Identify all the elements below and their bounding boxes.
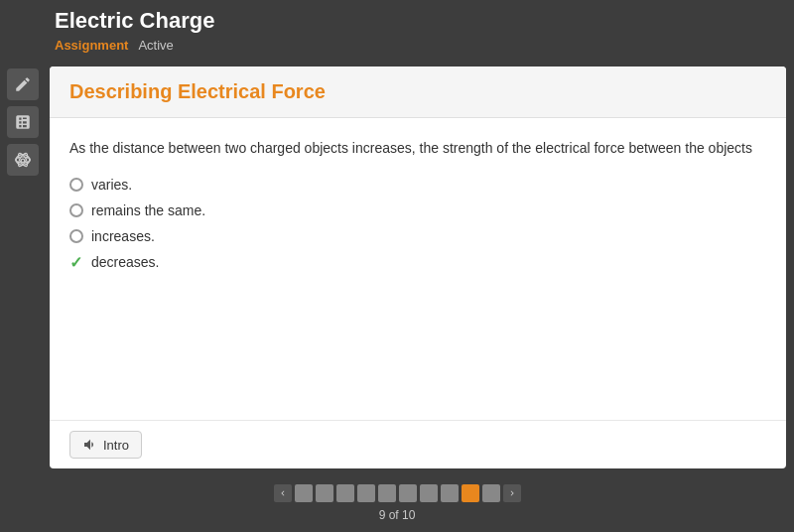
card-body: As the distance between two charged obje… xyxy=(50,118,786,420)
header-sub: Assignment Active xyxy=(0,38,794,59)
radio-2[interactable] xyxy=(69,203,83,217)
next-button[interactable] xyxy=(503,484,521,502)
sidebar-btn-pencil[interactable] xyxy=(7,68,39,100)
option-2-label: remains the same. xyxy=(91,202,205,218)
intro-label: Intro xyxy=(103,438,129,453)
option-3-label: increases. xyxy=(91,228,155,244)
page-dot-9[interactable] xyxy=(462,484,479,502)
card-footer: Intro xyxy=(50,420,786,468)
option-4-label: decreases. xyxy=(91,254,159,270)
prev-button[interactable] xyxy=(274,484,292,502)
content-wrapper: Describing Electrical Force As the dista… xyxy=(46,59,794,476)
pagination-row xyxy=(274,484,521,502)
page-dot-2[interactable] xyxy=(316,484,333,502)
page-dot-10[interactable] xyxy=(482,484,500,502)
radio-3[interactable] xyxy=(69,229,83,243)
page-dot-5[interactable] xyxy=(378,484,396,502)
sidebar xyxy=(0,59,46,476)
content-card: Describing Electrical Force As the dista… xyxy=(50,66,786,468)
card-title: Describing Electrical Force xyxy=(69,80,326,102)
header: Electric Charge xyxy=(0,0,794,38)
page-dot-1[interactable] xyxy=(295,484,313,502)
page-dot-7[interactable] xyxy=(420,484,438,502)
option-2[interactable]: remains the same. xyxy=(69,202,766,218)
options-list: varies. remains the same. increases. ✓ d… xyxy=(69,177,766,270)
chevron-left-icon xyxy=(278,488,288,498)
atom-icon xyxy=(14,151,32,169)
sidebar-btn-atom[interactable] xyxy=(7,144,39,176)
page-title: Electric Charge xyxy=(55,8,214,34)
page-label: 9 of 10 xyxy=(379,508,416,522)
page-dot-6[interactable] xyxy=(399,484,417,502)
calculator-icon xyxy=(14,113,32,131)
question-text: As the distance between two charged obje… xyxy=(69,138,766,159)
option-4[interactable]: ✓ decreases. xyxy=(69,254,766,270)
assignment-label: Assignment xyxy=(55,38,128,53)
sidebar-btn-calculator[interactable] xyxy=(7,106,39,138)
option-3[interactable]: increases. xyxy=(69,228,766,244)
chevron-right-icon xyxy=(507,488,517,498)
option-1-label: varies. xyxy=(91,177,132,193)
main-layout: Describing Electrical Force As the dista… xyxy=(0,59,794,476)
intro-button[interactable]: Intro xyxy=(69,431,142,459)
page-dot-3[interactable] xyxy=(336,484,354,502)
radio-1[interactable] xyxy=(69,178,83,192)
option-1[interactable]: varies. xyxy=(69,177,766,193)
checkmark-icon: ✓ xyxy=(69,255,83,269)
speaker-icon xyxy=(82,437,98,453)
bottom-nav: 9 of 10 xyxy=(0,476,794,532)
page-dot-8[interactable] xyxy=(441,484,459,502)
active-label: Active xyxy=(138,38,173,53)
card-title-bar: Describing Electrical Force xyxy=(50,66,786,118)
page-dot-4[interactable] xyxy=(357,484,375,502)
pencil-icon xyxy=(14,75,32,93)
